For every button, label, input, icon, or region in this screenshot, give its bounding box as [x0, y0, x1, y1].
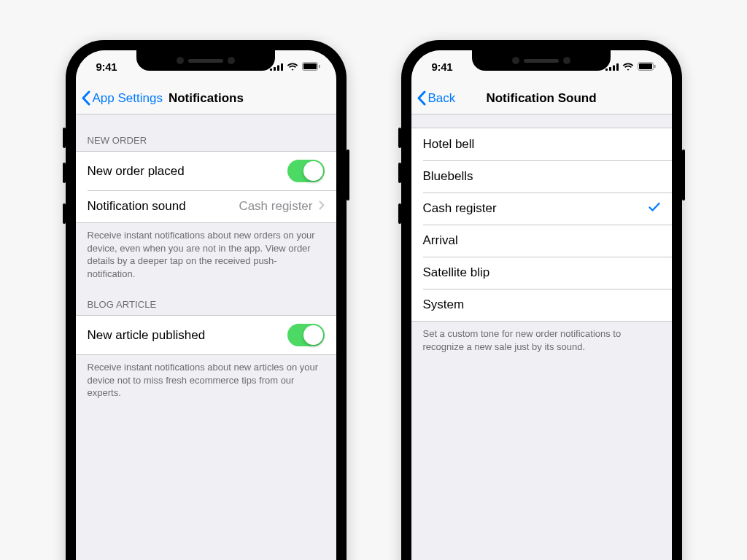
row-label: New order placed: [88, 164, 287, 179]
svg-rect-9: [613, 65, 615, 71]
sound-option-label: Bluebells: [423, 169, 660, 184]
sound-option[interactable]: Hotel bell: [411, 128, 672, 160]
nav-bar: App Settings Notifications: [76, 82, 336, 114]
camera-icon: [512, 57, 519, 64]
page-title: Notification Sound: [486, 91, 596, 106]
camera-icon: [177, 57, 184, 64]
section-new-order: New order placed Notification sound Cash…: [76, 151, 336, 223]
sound-option-label: Hotel bell: [423, 137, 660, 152]
toggle-new-order[interactable]: [287, 160, 325, 182]
back-button[interactable]: Back: [411, 90, 456, 106]
row-notification-sound[interactable]: Notification sound Cash register: [76, 190, 336, 222]
sound-option-label: Satellite blip: [423, 265, 660, 280]
row-value: Cash register: [239, 199, 312, 214]
content: Hotel bellBluebellsCash registerArrivalS…: [411, 114, 672, 560]
page-title: Notifications: [169, 91, 244, 106]
back-button[interactable]: App Settings: [76, 90, 163, 106]
svg-rect-3: [281, 63, 283, 71]
chevron-right-icon: [319, 199, 325, 214]
section-footer-new-order: Receive instant notifications about new …: [76, 223, 336, 286]
phone-frame-right: 9:41 Back Notification Sound: [401, 40, 682, 560]
sound-option-label: Arrival: [423, 233, 660, 248]
sound-option[interactable]: Cash register: [411, 192, 672, 225]
sound-option[interactable]: System: [411, 289, 672, 321]
content: NEW ORDER New order placed Notification …: [76, 114, 336, 560]
checkmark-icon: [649, 201, 660, 216]
phone-frame-left: 9:41 App Settings Notifications N: [66, 40, 347, 560]
nav-bar: Back Notification Sound: [411, 82, 672, 114]
notch: [472, 50, 611, 71]
screen: 9:41 Back Notification Sound: [411, 50, 672, 560]
notch: [136, 50, 275, 71]
section-footer-blog: Receive instant notifications about new …: [76, 355, 336, 405]
section-footer-sound: Set a custom tone for new order notifica…: [411, 322, 672, 359]
status-time: 9:41: [96, 61, 117, 73]
sensor-icon: [563, 57, 570, 64]
wifi-icon: [287, 63, 298, 71]
row-label: New article published: [88, 328, 287, 343]
svg-rect-10: [616, 63, 619, 71]
sound-option[interactable]: Arrival: [411, 225, 672, 257]
section-blog: New article published: [76, 315, 336, 355]
section-header-blog: BLOG ARTICLE: [76, 286, 336, 315]
section-header-new-order: NEW ORDER: [76, 114, 336, 151]
battery-icon: [638, 62, 656, 71]
battery-icon: [302, 62, 320, 71]
chevron-left-icon: [81, 90, 90, 106]
svg-rect-8: [609, 67, 611, 71]
back-label: Back: [428, 91, 456, 106]
sound-option-label: Cash register: [423, 201, 649, 216]
status-time: 9:41: [432, 61, 453, 73]
speaker-icon: [524, 59, 559, 63]
row-new-article-published[interactable]: New article published: [76, 316, 336, 354]
svg-rect-7: [605, 69, 608, 71]
svg-rect-13: [654, 65, 656, 68]
back-label: App Settings: [93, 91, 163, 106]
sensor-icon: [228, 57, 235, 64]
row-new-order-placed[interactable]: New order placed: [76, 152, 336, 190]
row-label: Notification sound: [88, 199, 239, 214]
toggle-new-article[interactable]: [287, 324, 325, 346]
svg-rect-1: [274, 67, 276, 71]
sound-option[interactable]: Satellite blip: [411, 257, 672, 289]
screen: 9:41 App Settings Notifications N: [76, 50, 336, 560]
speaker-icon: [188, 59, 223, 63]
svg-rect-5: [303, 63, 317, 69]
wifi-icon: [622, 63, 634, 71]
svg-rect-0: [270, 69, 272, 71]
svg-rect-2: [277, 65, 279, 71]
sound-option-label: System: [423, 298, 660, 312]
chevron-left-icon: [417, 90, 426, 106]
sound-option[interactable]: Bluebells: [411, 160, 672, 192]
svg-rect-12: [639, 63, 652, 69]
sound-options: Hotel bellBluebellsCash registerArrivalS…: [411, 128, 672, 322]
svg-rect-6: [319, 65, 320, 68]
